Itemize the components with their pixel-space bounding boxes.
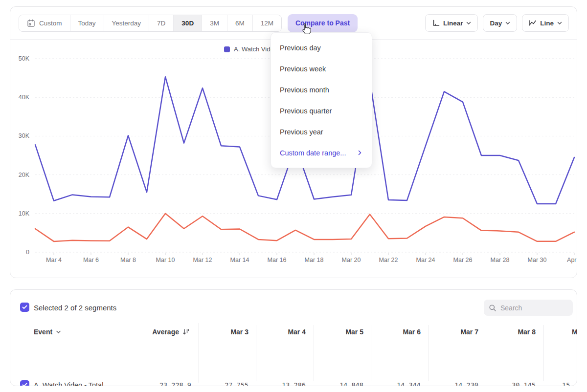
select-all-checkbox[interactable] bbox=[20, 303, 29, 312]
segments-header: Selected 2 of 2 segments bbox=[10, 290, 577, 323]
table-cell: 14,344 bbox=[397, 378, 421, 386]
event-column-header[interactable]: Event bbox=[34, 325, 61, 339]
column-separator bbox=[486, 325, 486, 381]
date-range-6m[interactable]: 6M bbox=[227, 15, 253, 31]
x-axis-tick-label: Mar 6 bbox=[83, 257, 99, 263]
column-separator bbox=[429, 325, 429, 381]
segments-table: Event Average Mar 3Mar 4Mar 5Mar 6Mar 7M… bbox=[10, 323, 577, 386]
date-range-30d[interactable]: 30D bbox=[174, 15, 202, 31]
date-column-header: Mar 4 bbox=[288, 325, 306, 339]
y-axis-tick-label: 20K bbox=[19, 172, 30, 178]
date-column-header: Mar 5 bbox=[345, 325, 363, 339]
x-axis-tick-label: Mar 22 bbox=[379, 257, 398, 263]
compare-to-past-button[interactable]: Compare to Past bbox=[288, 14, 358, 32]
y-axis-tick-label: 50K bbox=[19, 55, 30, 62]
custom-date-range-label: Custom date range... bbox=[280, 149, 346, 157]
date-column-header: Mar 3 bbox=[230, 325, 248, 339]
chevron-down-icon bbox=[56, 330, 61, 334]
date-range-label: 6M bbox=[235, 20, 245, 27]
search-icon bbox=[489, 304, 497, 312]
event-header-label: Event bbox=[34, 328, 52, 336]
x-axis-tick-label: Mar 14 bbox=[230, 257, 249, 263]
date-range-label: 30D bbox=[181, 20, 194, 27]
row-label[interactable]: A. Watch Video - Total bbox=[34, 378, 103, 386]
column-separator bbox=[314, 325, 314, 381]
date-range-label: Today bbox=[78, 20, 96, 27]
x-axis-tick-label: Mar 18 bbox=[305, 257, 324, 263]
average-column-header[interactable]: Average bbox=[152, 325, 189, 339]
table-cell: 13,286 bbox=[282, 378, 306, 386]
x-axis-tick-label: Mar 4 bbox=[46, 257, 62, 263]
line-chart-icon bbox=[529, 19, 537, 27]
table-cell: 14,848 bbox=[339, 378, 363, 386]
x-axis-tick-label: Mar 20 bbox=[342, 257, 361, 263]
selected-segments-label: Selected 2 of 2 segments bbox=[34, 304, 116, 312]
sort-descending-icon bbox=[182, 328, 189, 335]
menu-item-custom-date-range[interactable]: Custom date range... bbox=[271, 142, 372, 163]
linear-axis-icon bbox=[432, 19, 440, 27]
chart-type-dropdown-button[interactable]: Line bbox=[522, 14, 569, 32]
scale-label: Linear bbox=[443, 20, 463, 27]
scale-dropdown-button[interactable]: Linear bbox=[425, 14, 478, 32]
check-icon bbox=[22, 383, 27, 386]
chevron-right-icon bbox=[358, 150, 361, 155]
date-range-custom[interactable]: Custom bbox=[19, 15, 70, 31]
average-cell: 23,228.9 bbox=[159, 378, 191, 386]
x-axis-tick-label: Mar 26 bbox=[453, 257, 473, 263]
search-input[interactable] bbox=[500, 304, 564, 312]
date-column-header: Mar 6 bbox=[403, 325, 421, 339]
table-cell: 27,755 bbox=[225, 378, 248, 386]
menu-item-previous-quarter[interactable]: Previous quarter bbox=[271, 100, 372, 121]
interval-dropdown-button[interactable]: Day bbox=[483, 14, 517, 32]
column-separator bbox=[543, 325, 544, 381]
x-axis-tick-label: Apr 1 bbox=[567, 257, 577, 263]
column-separator bbox=[371, 325, 371, 381]
column-divider bbox=[199, 323, 199, 383]
average-header-label: Average bbox=[152, 328, 179, 336]
chart-options-group: Linear Day Line bbox=[425, 14, 569, 32]
date-range-label: 12M bbox=[261, 20, 273, 27]
menu-item-previous-week[interactable]: Previous week bbox=[271, 58, 372, 79]
chevron-down-icon bbox=[466, 22, 471, 25]
date-column-header: Mar 8 bbox=[518, 325, 536, 339]
row-checkbox[interactable] bbox=[20, 380, 29, 386]
chevron-down-icon bbox=[505, 22, 510, 25]
table-cell: 14,230 bbox=[454, 378, 478, 386]
date-column-header: Mar 7 bbox=[460, 325, 478, 339]
search-box[interactable] bbox=[484, 300, 573, 316]
x-axis-tick-label: Mar 8 bbox=[120, 257, 136, 263]
calendar-icon bbox=[27, 19, 35, 27]
date-range-12m[interactable]: 12M bbox=[253, 15, 281, 31]
chart-type-label: Line bbox=[540, 20, 554, 27]
date-range-label: Custom bbox=[39, 20, 62, 27]
date-range-3m[interactable]: 3M bbox=[202, 15, 227, 31]
y-axis-tick-label: 10K bbox=[19, 210, 30, 217]
menu-item-previous-day[interactable]: Previous day bbox=[271, 37, 372, 58]
menu-item-previous-year[interactable]: Previous year bbox=[271, 121, 372, 142]
x-axis-tick-label: Mar 28 bbox=[491, 257, 510, 263]
table-cell: 30,145 bbox=[512, 378, 536, 386]
chevron-down-icon bbox=[557, 22, 562, 25]
x-axis-tick-label: Mar 30 bbox=[528, 257, 547, 263]
date-range-label: Yesterday bbox=[112, 20, 141, 27]
check-icon bbox=[22, 305, 27, 309]
x-axis-tick-label: Mar 16 bbox=[268, 257, 287, 263]
x-axis-tick-label: Mar 12 bbox=[193, 257, 212, 263]
segments-table-card: Selected 2 of 2 segments Event Average M… bbox=[10, 289, 577, 386]
date-range-label: 3M bbox=[210, 20, 219, 27]
y-axis-tick-label: 30K bbox=[19, 132, 30, 139]
column-separator bbox=[256, 325, 256, 381]
y-axis-tick-label: 40K bbox=[19, 94, 30, 101]
x-axis-tick-label: Mar 24 bbox=[416, 257, 435, 263]
date-range-today[interactable]: Today bbox=[70, 15, 104, 31]
date-range-label: 7D bbox=[157, 20, 165, 27]
menu-item-previous-month[interactable]: Previous month bbox=[271, 79, 372, 100]
date-column-header-clipped: M bbox=[572, 325, 577, 339]
interval-label: Day bbox=[490, 20, 502, 27]
date-range-yesterday[interactable]: Yesterday bbox=[104, 15, 150, 31]
table-cell-clipped: 15, bbox=[562, 378, 574, 386]
date-range-7d[interactable]: 7D bbox=[149, 15, 174, 31]
series-line-purchase bbox=[35, 214, 574, 241]
y-axis-tick-label: 0 bbox=[26, 249, 29, 256]
date-range-segmented-control: CustomTodayYesterday7D30D3M6M12M bbox=[19, 15, 282, 32]
